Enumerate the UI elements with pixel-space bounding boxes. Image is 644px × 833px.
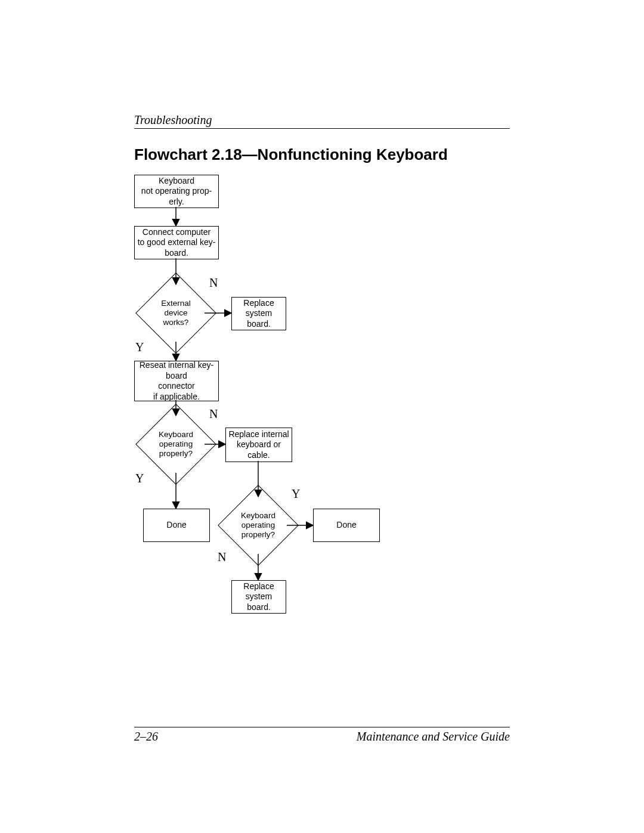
- page-title: Flowchart 2.18—Nonfunctioning Keyboard: [134, 145, 510, 164]
- content-area: Troubleshooting Flowchart 2.18—Nonfuncti…: [134, 113, 510, 744]
- flowchart: Keyboard not operating prop- erly. Conne…: [134, 175, 510, 670]
- running-header: Troubleshooting: [134, 113, 510, 127]
- page: Troubleshooting Flowchart 2.18—Nonfuncti…: [0, 0, 644, 833]
- page-footer: 2–26 Maintenance and Service Guide: [134, 727, 510, 744]
- footer-page-number: 2–26: [134, 730, 158, 744]
- footer-doc-title: Maintenance and Service Guide: [357, 730, 510, 744]
- header-rule: [134, 128, 510, 129]
- flow-arrows: [134, 175, 510, 670]
- footer-rule: [134, 727, 510, 727]
